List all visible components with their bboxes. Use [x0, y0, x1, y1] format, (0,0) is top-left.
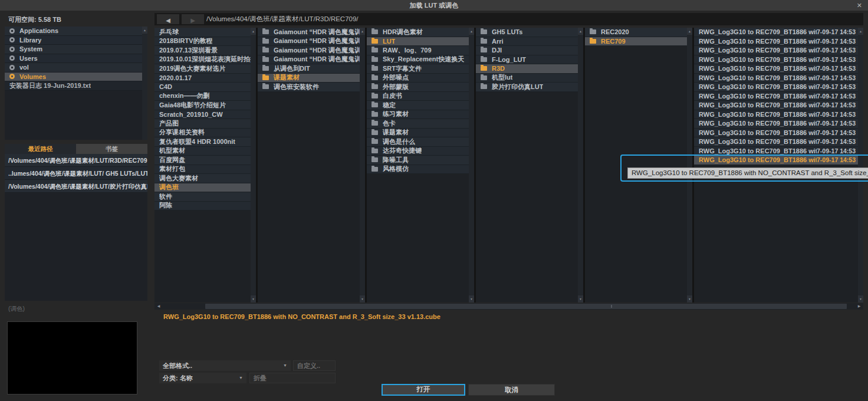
scroll-up-icon[interactable]: ▲	[142, 27, 147, 34]
column-scrollbar[interactable]: ▲▼	[251, 28, 256, 303]
folder-item[interactable]: 阿陈	[154, 202, 256, 211]
file-item[interactable]: RWG_Log3G10 to REC709_BT1886 with NO_..7…	[694, 156, 863, 165]
folder-item[interactable]: HDR调色素材	[367, 28, 474, 37]
column-scrollbar[interactable]: ▲▼	[469, 28, 474, 303]
folder-item[interactable]: 调色大赛素材	[154, 174, 256, 183]
scroll-down-icon[interactable]: ▼	[251, 295, 256, 303]
scroll-down-icon[interactable]: ▼	[360, 295, 365, 303]
file-item[interactable]: RWG_Log3G10 to REC709_BT1886 with LOW..7…	[694, 83, 863, 92]
sidebar-volume-item[interactable]: System	[5, 45, 147, 54]
horizontal-scrollbar-thumb[interactable]	[205, 304, 847, 309]
folder-item[interactable]: 色卡	[367, 119, 474, 129]
file-item[interactable]: RWG_Log3G10 to REC709_BT1886 with HIGH..…	[694, 28, 863, 37]
folder-item[interactable]: 调色是什么	[367, 137, 474, 147]
folder-item[interactable]: Arri	[476, 37, 583, 47]
folder-item[interactable]: R3D	[476, 64, 583, 74]
folder-item[interactable]: 百度网盘	[154, 156, 256, 165]
scroll-down-icon[interactable]: ▼	[578, 295, 583, 303]
folder-item[interactable]: 降噪工具	[367, 156, 474, 165]
format-filter-select[interactable]: 全部格式.. ▼	[159, 360, 291, 371]
file-item[interactable]: RWG_Log3G10 to REC709_BT1886 with MEDI..…	[694, 101, 863, 110]
folder-item[interactable]: REC709	[585, 37, 692, 47]
back-button[interactable]: ◀	[157, 14, 179, 24]
tab-recent-paths[interactable]: 最近路径	[5, 144, 76, 154]
scroll-up-icon[interactable]: ▲	[251, 28, 256, 35]
folder-item[interactable]: 调色班	[154, 183, 256, 193]
scroll-up-icon[interactable]: ▲	[687, 28, 692, 35]
sidebar-volume-item[interactable]: Applications	[5, 27, 147, 36]
folder-item[interactable]: DJI	[476, 46, 583, 55]
recent-path-item[interactable]: /Volumes/404/调色班/课题素材/LUT/R3D/REC709	[5, 154, 147, 167]
scroll-up-icon[interactable]: ▲	[360, 28, 365, 35]
scroll-up-icon[interactable]: ▲	[858, 28, 863, 35]
folder-item[interactable]: 2018BIRTV的教程	[154, 37, 256, 47]
folder-item[interactable]: LUT	[367, 37, 474, 47]
folder-item[interactable]: 复仇者联盟4 HDR 1000nit	[154, 137, 256, 147]
scroll-up-icon[interactable]: ▲	[578, 28, 583, 35]
file-item[interactable]: RWG_Log3G10 to REC709_BT1886 with MEDI..…	[694, 110, 863, 120]
folder-item[interactable]: 素材打包	[154, 165, 256, 175]
file-item[interactable]: RWG_Log3G10 to REC709_BT1886 with NO_..7…	[694, 137, 863, 147]
scroll-down-icon[interactable]: ▼	[687, 295, 692, 303]
folder-item[interactable]: 达芬奇快捷键	[367, 147, 474, 156]
file-item[interactable]: RWG_Log3G10 to REC709_BT1886 with LOW..7…	[694, 64, 863, 74]
horizontal-scrollbar[interactable]: ◀ ▶	[154, 303, 863, 310]
sidebar-volume-item[interactable]: Volumes	[5, 73, 147, 82]
cancel-button[interactable]: 取消	[468, 384, 555, 396]
file-item[interactable]: RWG_Log3G10 to REC709_BT1886 with MEDI..…	[694, 129, 863, 138]
close-icon[interactable]: ✕	[857, 0, 862, 11]
folder-item[interactable]: 调色班安装软件	[258, 83, 365, 92]
recent-path-item[interactable]: ..lumes/404/调色班/课题素材/LUT/ GH5 LUTs/LUTs/…	[5, 167, 147, 180]
folder-item[interactable]: Gaiamount “HDR 调色魔鬼训练班” ..	[258, 55, 365, 65]
folder-item[interactable]: 机型素材	[154, 147, 256, 156]
tab-bookmarks[interactable]: 书签	[76, 144, 147, 154]
column-scrollbar[interactable]: ▲▼	[578, 28, 583, 303]
column-scrollbar[interactable]: ▲▼	[687, 28, 692, 303]
folder-item[interactable]: 白皮书	[367, 92, 474, 101]
folder-item[interactable]: 2020.01.17	[154, 74, 256, 83]
folder-item[interactable]: 课题素材	[258, 74, 365, 83]
collapse-field[interactable]: 折叠	[249, 373, 336, 383]
sidebar-file-item[interactable]: 安装器日志 19-Jun-2019.txt	[5, 81, 147, 91]
folder-item[interactable]: 分享课相关资料	[154, 129, 256, 138]
folder-item[interactable]: 2019调色大赛素材选片	[154, 64, 256, 74]
scroll-right-icon[interactable]: ▶	[855, 303, 863, 310]
scroll-down-icon[interactable]: ▼	[858, 295, 863, 303]
folder-item[interactable]: 外部蒙版	[367, 83, 474, 92]
folder-item[interactable]: 课题素材	[367, 129, 474, 138]
folder-item[interactable]: 机型lut	[476, 74, 583, 83]
folder-item[interactable]: Gaiamount “HDR 调色魔鬼训练班” ..	[258, 37, 365, 47]
folder-item[interactable]: 软件	[154, 192, 256, 202]
folder-item[interactable]: 胶片打印仿真LUT	[476, 83, 583, 92]
column-scrollbar[interactable]: ▲▼	[858, 28, 863, 303]
folder-item[interactable]: RAW、log、709	[367, 46, 474, 55]
file-item[interactable]: RWG_Log3G10 to REC709_BT1886 with NO_..7…	[694, 147, 863, 156]
folder-item[interactable]: SRT字幕文件	[367, 64, 474, 74]
recent-path-item[interactable]: /Volumes/404/调色班/课题素材/LUT/胶片打印仿真LUT	[5, 180, 147, 193]
file-item[interactable]: RWG_Log3G10 to REC709_BT1886 with HIGH..…	[694, 37, 863, 47]
sort-select[interactable]: 分类: 名称 ▼	[159, 373, 246, 383]
column-scrollbar[interactable]: ▲▼	[360, 28, 365, 303]
folder-item[interactable]: 风格模仿	[367, 165, 474, 175]
file-item[interactable]: RWG_Log3G10 to REC709_BT1886 with MEDI..…	[694, 119, 863, 129]
file-item[interactable]: RWG_Log3G10 to REC709_BT1886 with LOW..7…	[694, 92, 863, 101]
sidebar-volume-item[interactable]: Library	[5, 36, 147, 45]
file-item[interactable]: RWG_Log3G10 to REC709_BT1886 with LOW..7…	[694, 74, 863, 83]
scroll-left-icon[interactable]: ◀	[154, 303, 163, 310]
folder-item[interactable]: 外部噪点	[367, 74, 474, 83]
folder-item[interactable]: GH5 LUTs	[476, 28, 583, 37]
folder-item[interactable]: F-Log_LUT	[476, 55, 583, 65]
open-button[interactable]: 打开	[382, 384, 465, 396]
forward-button[interactable]: ▶	[182, 14, 204, 24]
custom-filter-field[interactable]: 自定义..	[293, 360, 336, 371]
folder-item[interactable]: 从调色到DIT	[258, 64, 365, 74]
folder-item[interactable]: Gaiamount “HDR 调色魔鬼训练班” ..	[258, 28, 365, 37]
sidebar-volume-item[interactable]: Users	[5, 54, 147, 64]
folder-item[interactable]: C4D	[154, 83, 256, 92]
volume-list-scrollbar[interactable]: ▲	[142, 27, 147, 140]
folder-item[interactable]: chenxin——勿删	[154, 92, 256, 101]
folder-item[interactable]: Gaiamount “HDR 调色魔鬼训练班” ..	[258, 46, 365, 55]
folder-item[interactable]: 产品图	[154, 119, 256, 129]
folder-item[interactable]: 2019.10.01深圳烟花表演延时拍摄	[154, 55, 256, 65]
folder-item[interactable]: 乒乓球	[154, 28, 256, 37]
